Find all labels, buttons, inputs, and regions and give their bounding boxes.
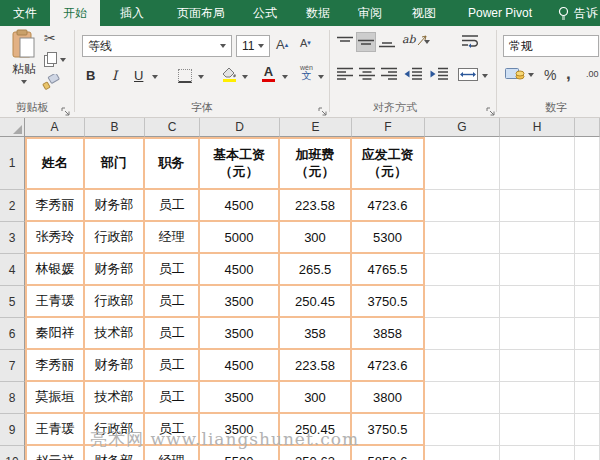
row-header-7[interactable]: 7: [0, 350, 25, 382]
tab-home[interactable]: 开始: [50, 0, 100, 26]
column-header-f[interactable]: F: [352, 118, 425, 137]
cut-button[interactable]: ✂: [44, 30, 56, 46]
row-header-3[interactable]: 3: [0, 222, 25, 254]
cell-b8[interactable]: 技术部: [85, 382, 145, 414]
cell-a2[interactable]: 李秀丽: [25, 190, 85, 222]
cell-h3[interactable]: [500, 222, 575, 254]
underline-button[interactable]: U: [134, 68, 143, 83]
copy-button[interactable]: [44, 52, 66, 67]
cell-d9[interactable]: 3500: [200, 414, 280, 446]
clipboard-dialog-launcher[interactable]: [61, 102, 71, 112]
column-header-h[interactable]: H: [500, 118, 575, 137]
cell-e3[interactable]: 300: [280, 222, 352, 254]
cell-h8[interactable]: [500, 382, 575, 414]
cell-b5[interactable]: 行政部: [85, 286, 145, 318]
accounting-format-button[interactable]: [505, 67, 525, 81]
cell-c1[interactable]: 职务: [145, 137, 200, 190]
cell-e8[interactable]: 300: [280, 382, 352, 414]
increase-indent-button[interactable]: [430, 67, 448, 81]
wrap-text-button[interactable]: [462, 34, 479, 48]
format-painter-button[interactable]: [42, 74, 60, 90]
cell-a4[interactable]: 林银媛: [25, 254, 85, 286]
cell-b9[interactable]: 行政部: [85, 414, 145, 446]
cell-g1[interactable]: [425, 137, 500, 190]
cell-f6[interactable]: 3858: [352, 318, 425, 350]
cell-b10[interactable]: 财务部: [85, 446, 145, 460]
cell-f1[interactable]: 应发工资 （元）: [352, 137, 425, 190]
cell-g8[interactable]: [425, 382, 500, 414]
cell-g6[interactable]: [425, 318, 500, 350]
cell-b7[interactable]: 财务部: [85, 350, 145, 382]
cell-c9[interactable]: 员工: [145, 414, 200, 446]
cell-g5[interactable]: [425, 286, 500, 318]
align-right-button[interactable]: [381, 67, 397, 81]
comma-style-button[interactable]: ,: [566, 64, 571, 84]
cell-a1[interactable]: 姓名: [25, 137, 85, 190]
row-header-9[interactable]: 9: [0, 414, 25, 446]
tab-file[interactable]: 文件: [0, 0, 50, 26]
bold-button[interactable]: B: [86, 68, 95, 83]
select-all-corner[interactable]: [0, 118, 25, 137]
cell-a6[interactable]: 秦阳祥: [25, 318, 85, 350]
row-header-1[interactable]: 1: [0, 137, 25, 190]
accounting-dropdown-icon[interactable]: [528, 73, 534, 77]
cell-h4[interactable]: [500, 254, 575, 286]
cell-b2[interactable]: 财务部: [85, 190, 145, 222]
column-header-g[interactable]: G: [425, 118, 500, 137]
cell-a5[interactable]: 王青瑗: [25, 286, 85, 318]
phonetic-dropdown-icon[interactable]: [318, 75, 324, 79]
orientation-dropdown-icon[interactable]: [424, 40, 430, 44]
borders-button[interactable]: [178, 69, 192, 83]
tab-data[interactable]: 数据: [292, 0, 344, 26]
cell-e1[interactable]: 加班费 （元）: [280, 137, 352, 190]
fill-color-button[interactable]: [222, 67, 237, 82]
underline-dropdown-icon[interactable]: [152, 75, 158, 79]
number-format-select[interactable]: 常规: [503, 35, 599, 57]
cell-e10[interactable]: 350.63: [280, 446, 352, 460]
align-bottom-button[interactable]: [379, 35, 395, 49]
cell-d3[interactable]: 5000: [200, 222, 280, 254]
column-header-c[interactable]: C: [145, 118, 200, 137]
font-name-select[interactable]: 等线: [82, 35, 232, 57]
cell-i5[interactable]: [575, 286, 600, 318]
cell-g4[interactable]: [425, 254, 500, 286]
cell-c8[interactable]: 员工: [145, 382, 200, 414]
font-dialog-launcher[interactable]: [318, 102, 328, 112]
tab-power-pivot[interactable]: Power Pivot: [452, 0, 548, 26]
align-top-button[interactable]: [337, 35, 353, 49]
cell-e2[interactable]: 223.58: [280, 190, 352, 222]
cell-b1[interactable]: 部门: [85, 137, 145, 190]
cell-f8[interactable]: 3800: [352, 382, 425, 414]
cell-g7[interactable]: [425, 350, 500, 382]
cell-i3[interactable]: [575, 222, 600, 254]
cell-e4[interactable]: 265.5: [280, 254, 352, 286]
cell-f7[interactable]: 4723.6: [352, 350, 425, 382]
cell-h7[interactable]: [500, 350, 575, 382]
cell-a10[interactable]: 赵云祥: [25, 446, 85, 460]
cell-c4[interactable]: 员工: [145, 254, 200, 286]
cell-h5[interactable]: [500, 286, 575, 318]
cell-h10[interactable]: [500, 446, 575, 460]
cell-c2[interactable]: 员工: [145, 190, 200, 222]
cell-d6[interactable]: 3500: [200, 318, 280, 350]
cell-b6[interactable]: 技术部: [85, 318, 145, 350]
cell-e9[interactable]: 250.45: [280, 414, 352, 446]
cell-d4[interactable]: 4500: [200, 254, 280, 286]
cell-f3[interactable]: 5300: [352, 222, 425, 254]
cell-g9[interactable]: [425, 414, 500, 446]
cell-c6[interactable]: 员工: [145, 318, 200, 350]
cell-f10[interactable]: 5850.6: [352, 446, 425, 460]
increase-font-button[interactable]: A▴: [276, 37, 288, 52]
orientation-button[interactable]: ab: [402, 33, 427, 46]
tellme-button[interactable]: 告诉: [557, 0, 600, 26]
cell-i4[interactable]: [575, 254, 600, 286]
cell-i8[interactable]: [575, 382, 600, 414]
cell-i2[interactable]: [575, 190, 600, 222]
row-header-2[interactable]: 2: [0, 190, 25, 222]
cell-h1[interactable]: [500, 137, 575, 190]
cell-a3[interactable]: 张秀玲: [25, 222, 85, 254]
tab-insert[interactable]: 插入: [100, 0, 164, 26]
cell-d10[interactable]: 5500: [200, 446, 280, 460]
borders-dropdown-icon[interactable]: [198, 75, 204, 79]
cell-d2[interactable]: 4500: [200, 190, 280, 222]
